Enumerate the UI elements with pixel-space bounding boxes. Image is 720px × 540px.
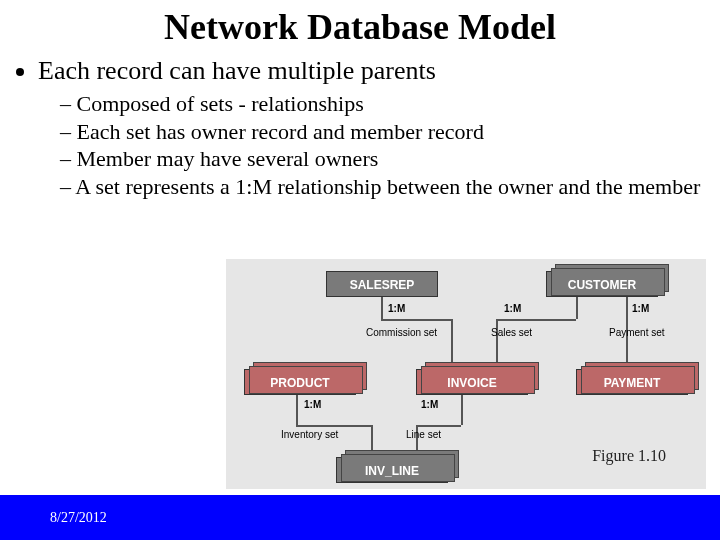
edge-segment: [381, 297, 383, 319]
rel-1m: 1:M: [388, 303, 405, 314]
node-invline: INV_LINE: [336, 457, 448, 483]
node-invoice: INVOICE: [416, 369, 528, 395]
rel-1m: 1:M: [632, 303, 649, 314]
bullet-main: Each record can have multiple parents Co…: [38, 56, 710, 200]
rel-1m: 1:M: [421, 399, 438, 410]
edge-segment: [576, 297, 578, 319]
rel-1m: 1:M: [504, 303, 521, 314]
rel-1m: 1:M: [304, 399, 321, 410]
sub-bullet: A set represents a 1:M relationship betw…: [60, 173, 710, 201]
sub-bullet: Composed of sets - relationships: [60, 90, 710, 118]
node-customer: CUSTOMER: [546, 271, 658, 297]
figure-caption: Figure 1.10: [592, 447, 666, 465]
bullet-main-text: Each record can have multiple parents: [38, 56, 436, 85]
sub-bullet: Member may have several owners: [60, 145, 710, 173]
slide-title: Network Database Model: [10, 6, 710, 48]
edge-segment: [296, 395, 298, 425]
edge-segment: [461, 395, 463, 425]
edge-segment: [296, 425, 371, 427]
sub-bullet-list: Composed of sets - relationships Each se…: [60, 90, 710, 200]
sub-bullet: Each set has owner record and member rec…: [60, 118, 710, 146]
slide-body: Network Database Model Each record can h…: [0, 0, 720, 495]
rel-sales-label: Sales set: [491, 327, 532, 338]
rel-line-label: Line set: [406, 429, 441, 440]
rel-payment-label: Payment set: [609, 327, 665, 338]
bullet-list: Each record can have multiple parents Co…: [38, 56, 710, 200]
footer-date: 8/27/2012: [50, 510, 107, 526]
node-salesrep: SALESREP: [326, 271, 438, 297]
edge-segment: [496, 319, 576, 321]
node-product: PRODUCT: [244, 369, 356, 395]
edge-segment: [381, 319, 451, 321]
figure: SALESREP CUSTOMER PRODUCT INVOICE PAYMEN…: [226, 259, 706, 489]
node-payment: PAYMENT: [576, 369, 688, 395]
rel-commission-label: Commission set: [366, 327, 437, 338]
edge-segment: [416, 425, 461, 427]
rel-inventory-label: Inventory set: [281, 429, 338, 440]
